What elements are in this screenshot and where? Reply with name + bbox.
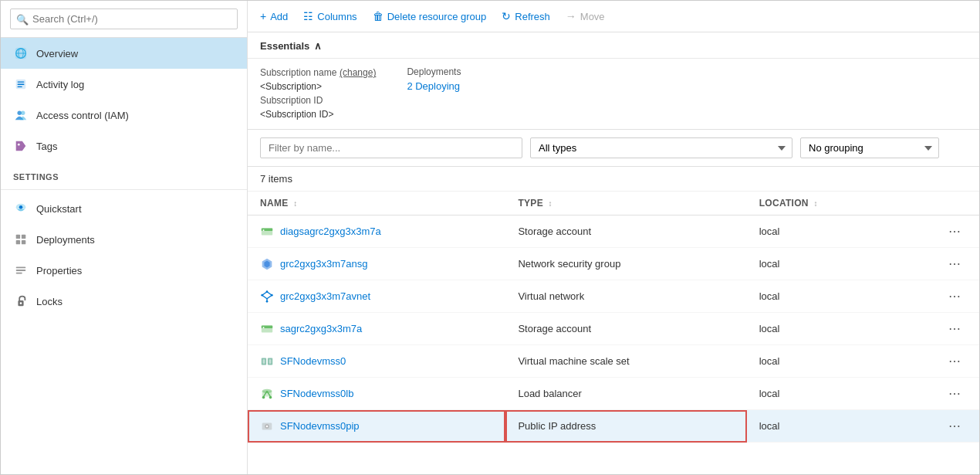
filter-name-input[interactable] — [260, 137, 522, 158]
resource-link-3[interactable]: grc2gxg3x3m7avnet — [260, 290, 493, 304]
subscription-name-value: <Subscription> — [260, 81, 376, 92]
sidebar-item-quickstart[interactable]: Quickstart — [1, 193, 247, 224]
svg-point-42 — [269, 395, 272, 399]
svg-point-21 — [20, 302, 22, 304]
table-header-row: NAME ↕ TYPE ↕ LOCATION ↕ — [248, 192, 979, 215]
search-input[interactable] — [10, 8, 238, 29]
svg-rect-5 — [18, 81, 25, 82]
move-button[interactable]: → Move — [566, 7, 605, 25]
search-icon: 🔍 — [16, 13, 29, 25]
columns-icon: ☷ — [303, 10, 313, 22]
storage-icon — [260, 225, 274, 239]
resource-type: Storage account — [505, 313, 746, 345]
deployments-label: Deployments — [407, 66, 461, 77]
filter-bar: All types No grouping — [248, 130, 979, 167]
svg-rect-7 — [18, 87, 22, 87]
refresh-button[interactable]: ↻ Refresh — [502, 7, 550, 25]
name-sort-icon[interactable]: ↕ — [293, 199, 297, 208]
essentials-header: Essentials ∧ — [248, 32, 979, 59]
sidebar-item-locks[interactable]: Locks — [1, 286, 247, 317]
svg-rect-24 — [263, 229, 265, 231]
svg-rect-36 — [269, 359, 272, 363]
sidebar-item-deployments-label: Deployments — [36, 234, 95, 246]
resource-link-7[interactable]: SFNodevmss0pip — [260, 419, 493, 433]
resource-link-4[interactable]: sagrc2gxg3x3m7a — [260, 322, 493, 336]
columns-button[interactable]: ☷ Columns — [303, 7, 357, 25]
toolbar: + Add ☷ Columns 🗑 Delete resource group … — [248, 1, 979, 32]
resource-location: local — [747, 280, 895, 313]
vmss-icon — [260, 355, 274, 368]
count-bar: 7 items — [248, 167, 979, 192]
resource-table-container: NAME ↕ TYPE ↕ LOCATION ↕ diagsagrc2 — [248, 192, 979, 474]
main-content: + Add ☷ Columns 🗑 Delete resource group … — [248, 1, 979, 474]
svg-point-10 — [18, 144, 20, 146]
sidebar-item-access-control-label: Access control (IAM) — [36, 110, 129, 121]
sidebar: 🔍 Overview Activity log — [1, 1, 248, 474]
more-actions-button-5[interactable]: ⋯ — [944, 352, 967, 370]
sidebar-item-overview[interactable]: Overview — [1, 38, 247, 69]
grouping-select[interactable]: No grouping — [800, 137, 939, 158]
resource-type: Public IP address — [505, 410, 746, 443]
col-name: NAME ↕ — [248, 192, 505, 215]
sidebar-item-deployments[interactable]: Deployments — [1, 224, 247, 255]
svg-rect-17 — [16, 267, 26, 269]
svg-rect-35 — [263, 359, 265, 363]
col-location: LOCATION ↕ — [747, 192, 895, 215]
more-actions-button-4[interactable]: ⋯ — [944, 320, 967, 338]
table-row: grc2gxg3x3m7ansg Network security groupl… — [248, 248, 979, 280]
essentials-left: Subscription name (change) <Subscription… — [260, 66, 376, 120]
resource-location: local — [747, 345, 895, 378]
add-icon: + — [260, 10, 266, 22]
table-row: grc2gxg3x3m7avnet Virtual networklocal⋯ — [248, 280, 979, 313]
sidebar-item-activity-log[interactable]: Activity log — [1, 69, 247, 100]
delete-button[interactable]: 🗑 Delete resource group — [373, 7, 487, 25]
resource-type: Virtual machine scale set — [505, 345, 746, 378]
col-actions — [894, 192, 979, 215]
sidebar-item-tags[interactable]: Tags — [1, 131, 247, 161]
change-link[interactable]: (change) — [340, 67, 376, 78]
subscription-name-label: Subscription name (change) — [260, 66, 376, 78]
resource-location: local — [747, 378, 895, 410]
pip-icon — [260, 419, 274, 433]
resource-location: local — [747, 313, 895, 345]
svg-point-9 — [21, 111, 25, 115]
essentials-title: Essentials — [260, 40, 309, 52]
svg-point-12 — [19, 205, 23, 209]
sidebar-item-access-control[interactable]: Access control (IAM) — [1, 100, 247, 131]
resource-location: local — [747, 215, 895, 248]
more-actions-button-7[interactable]: ⋯ — [944, 417, 967, 435]
resource-type: Load balancer — [505, 378, 746, 410]
table-row: SFNodevmss0lb Load balancerlocal⋯ — [248, 378, 979, 410]
lb-icon — [260, 387, 274, 401]
sidebar-item-quickstart-label: Quickstart — [36, 203, 82, 215]
sidebar-item-tags-label: Tags — [36, 141, 57, 152]
essentials-right: Deployments 2 Deploying — [407, 66, 461, 120]
type-sort-icon[interactable]: ↕ — [549, 199, 553, 208]
storage-icon — [260, 322, 274, 336]
resource-link-6[interactable]: SFNodevmss0lb — [260, 387, 493, 401]
resource-location: local — [747, 248, 895, 280]
sidebar-item-overview-label: Overview — [36, 48, 78, 59]
globe-icon — [13, 46, 29, 61]
more-actions-button-6[interactable]: ⋯ — [944, 385, 967, 402]
svg-point-41 — [262, 395, 265, 399]
table-row: SFNodevmss0 Virtual machine scale setloc… — [248, 345, 979, 378]
sidebar-item-properties[interactable]: Properties — [1, 255, 247, 286]
svg-point-45 — [266, 425, 269, 427]
svg-point-28 — [271, 293, 273, 296]
nsg-icon — [260, 257, 274, 271]
location-sort-icon[interactable]: ↕ — [813, 199, 817, 208]
add-button[interactable]: + Add — [260, 7, 288, 25]
resource-link-2[interactable]: grc2gxg3x3m7ansg — [260, 257, 493, 271]
more-actions-button-2[interactable]: ⋯ — [944, 255, 967, 273]
tags-icon — [13, 138, 29, 154]
resource-link-1[interactable]: diagsagrc2gxg3x3m7a — [260, 225, 493, 239]
more-actions-button-1[interactable]: ⋯ — [944, 222, 967, 240]
types-select[interactable]: All types — [530, 137, 792, 158]
resource-link-5[interactable]: SFNodevmss0 — [260, 355, 493, 368]
more-actions-button-3[interactable]: ⋯ — [944, 287, 967, 305]
deployments-value[interactable]: 2 Deploying — [407, 80, 461, 92]
resource-type: Network security group — [505, 248, 746, 280]
svg-point-29 — [261, 293, 263, 296]
activity-log-icon — [13, 76, 29, 92]
